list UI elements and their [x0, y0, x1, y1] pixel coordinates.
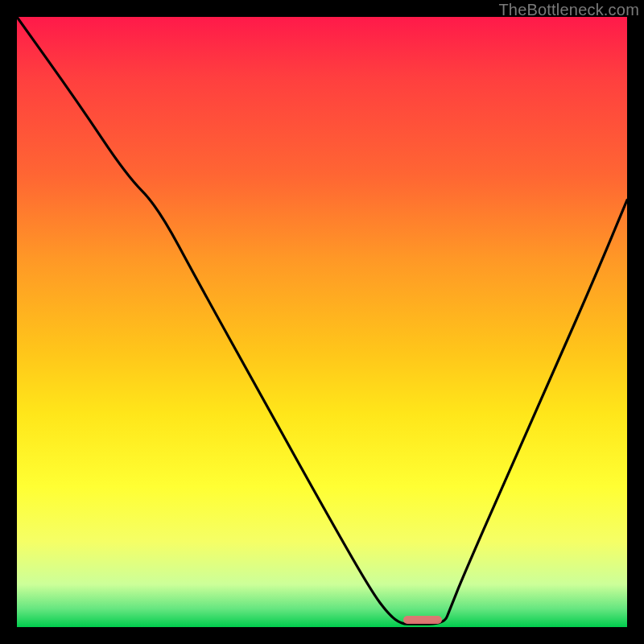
curve-path [17, 17, 627, 624]
chart-frame: TheBottleneck.com [0, 0, 644, 644]
bottleneck-curve [17, 17, 627, 627]
plot-area [17, 17, 627, 627]
optimum-marker [403, 616, 442, 624]
watermark-text: TheBottleneck.com [498, 1, 639, 19]
